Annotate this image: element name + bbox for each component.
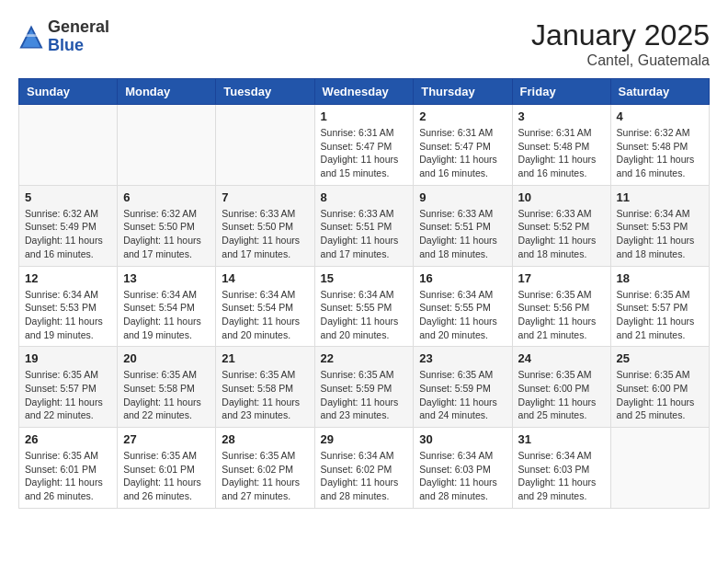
day-sunrise: Sunrise: 6:34 AM [321,288,408,302]
day-sunset: Sunset: 5:58 PM [123,382,210,396]
day-daylight: Daylight: 11 hours and 17 minutes. [123,234,210,260]
day-sunset: Sunset: 5:56 PM [518,301,605,315]
day-sunrise: Sunrise: 6:35 AM [518,368,605,382]
day-sunset: Sunset: 5:55 PM [321,301,408,315]
table-row: 4 Sunrise: 6:32 AM Sunset: 5:48 PM Dayli… [610,105,709,186]
col-thursday: Thursday [414,79,512,105]
day-sunset: Sunset: 5:54 PM [123,301,210,315]
day-daylight: Daylight: 11 hours and 18 minutes. [419,234,506,260]
day-sunset: Sunset: 5:59 PM [419,382,506,396]
day-sunset: Sunset: 6:03 PM [419,463,506,477]
col-saturday: Saturday [610,79,709,105]
day-sunrise: Sunrise: 6:34 AM [518,449,605,463]
day-number: 20 [123,351,210,365]
day-sunset: Sunset: 5:48 PM [518,140,605,154]
day-number: 12 [25,271,111,285]
day-sunset: Sunset: 6:02 PM [321,463,408,477]
table-row: 11 Sunrise: 6:34 AM Sunset: 5:53 PM Dayl… [610,185,709,266]
day-number: 17 [518,271,605,285]
day-daylight: Daylight: 11 hours and 18 minutes. [617,234,703,260]
day-sunrise: Sunrise: 6:34 AM [123,288,210,302]
day-sunrise: Sunrise: 6:35 AM [222,368,308,382]
logo-general: General [48,18,109,37]
day-sunrise: Sunrise: 6:34 AM [321,449,408,463]
day-sunset: Sunset: 5:49 PM [25,220,111,234]
table-row: 9 Sunrise: 6:33 AM Sunset: 5:51 PM Dayli… [414,185,512,266]
table-row: 10 Sunrise: 6:33 AM Sunset: 5:52 PM Dayl… [512,185,610,266]
day-number: 13 [123,271,210,285]
day-sunrise: Sunrise: 6:35 AM [617,368,703,382]
day-daylight: Daylight: 11 hours and 16 minutes. [617,153,703,179]
day-number: 31 [518,432,605,446]
day-sunrise: Sunrise: 6:31 AM [419,126,506,140]
table-row: 1 Sunrise: 6:31 AM Sunset: 5:47 PM Dayli… [314,105,414,186]
table-row: 17 Sunrise: 6:35 AM Sunset: 5:56 PM Dayl… [512,266,610,347]
logo: General Blue [18,18,109,55]
day-daylight: Daylight: 11 hours and 18 minutes. [518,234,605,260]
generalblue-logo-icon [18,24,44,50]
day-sunset: Sunset: 5:50 PM [123,220,210,234]
table-row [118,105,216,186]
day-sunset: Sunset: 6:01 PM [123,463,210,477]
day-number: 21 [222,351,308,365]
table-row: 30 Sunrise: 6:34 AM Sunset: 6:03 PM Dayl… [414,428,512,509]
day-daylight: Daylight: 11 hours and 27 minutes. [222,476,308,502]
day-daylight: Daylight: 11 hours and 19 minutes. [25,315,111,341]
calendar-week-row: 1 Sunrise: 6:31 AM Sunset: 5:47 PM Dayli… [19,105,710,186]
table-row: 18 Sunrise: 6:35 AM Sunset: 5:57 PM Dayl… [610,266,709,347]
day-daylight: Daylight: 11 hours and 25 minutes. [617,396,703,422]
day-sunrise: Sunrise: 6:31 AM [321,126,408,140]
day-sunrise: Sunrise: 6:33 AM [518,207,605,221]
day-sunrise: Sunrise: 6:35 AM [25,449,111,463]
table-row: 21 Sunrise: 6:35 AM Sunset: 5:58 PM Dayl… [216,347,314,428]
day-sunset: Sunset: 5:47 PM [321,140,408,154]
day-sunset: Sunset: 5:50 PM [222,220,308,234]
day-daylight: Daylight: 11 hours and 20 minutes. [321,315,408,341]
day-sunrise: Sunrise: 6:33 AM [222,207,308,221]
table-row: 14 Sunrise: 6:34 AM Sunset: 5:54 PM Dayl… [216,266,314,347]
day-number: 2 [419,109,506,123]
col-friday: Friday [512,79,610,105]
day-sunrise: Sunrise: 6:34 AM [222,288,308,302]
day-daylight: Daylight: 11 hours and 22 minutes. [25,396,111,422]
day-sunset: Sunset: 5:53 PM [617,220,703,234]
col-sunday: Sunday [19,79,118,105]
day-daylight: Daylight: 11 hours and 19 minutes. [123,315,210,341]
day-sunset: Sunset: 6:02 PM [222,463,308,477]
day-number: 30 [419,432,506,446]
day-sunrise: Sunrise: 6:33 AM [419,207,506,221]
day-number: 10 [518,190,605,204]
day-sunrise: Sunrise: 6:35 AM [321,368,408,382]
day-daylight: Daylight: 11 hours and 16 minutes. [419,153,506,179]
table-row: 5 Sunrise: 6:32 AM Sunset: 5:49 PM Dayli… [19,185,118,266]
table-row: 28 Sunrise: 6:35 AM Sunset: 6:02 PM Dayl… [216,428,314,509]
day-number: 15 [321,271,408,285]
day-number: 16 [419,271,506,285]
title-block: January 2025 Cantel, Guatemala [531,18,710,69]
month-title: January 2025 [531,18,710,52]
calendar-header-row: Sunday Monday Tuesday Wednesday Thursday… [19,79,710,105]
day-number: 5 [25,190,111,204]
day-sunset: Sunset: 6:03 PM [518,463,605,477]
day-sunrise: Sunrise: 6:35 AM [617,288,703,302]
day-sunset: Sunset: 5:52 PM [518,220,605,234]
logo-blue: Blue [48,37,109,55]
day-sunrise: Sunrise: 6:32 AM [617,126,703,140]
day-daylight: Daylight: 11 hours and 17 minutes. [222,234,308,260]
calendar-week-row: 19 Sunrise: 6:35 AM Sunset: 5:57 PM Dayl… [19,347,710,428]
day-sunrise: Sunrise: 6:31 AM [518,126,605,140]
day-number: 26 [25,432,111,446]
table-row: 7 Sunrise: 6:33 AM Sunset: 5:50 PM Dayli… [216,185,314,266]
day-number: 27 [123,432,210,446]
day-number: 9 [419,190,506,204]
day-daylight: Daylight: 11 hours and 28 minutes. [419,476,506,502]
day-daylight: Daylight: 11 hours and 16 minutes. [25,234,111,260]
table-row: 24 Sunrise: 6:35 AM Sunset: 6:00 PM Dayl… [512,347,610,428]
calendar-week-row: 26 Sunrise: 6:35 AM Sunset: 6:01 PM Dayl… [19,428,710,509]
day-sunset: Sunset: 5:48 PM [617,140,703,154]
day-number: 29 [321,432,408,446]
col-monday: Monday [118,79,216,105]
day-daylight: Daylight: 11 hours and 20 minutes. [419,315,506,341]
day-daylight: Daylight: 11 hours and 29 minutes. [518,476,605,502]
table-row: 29 Sunrise: 6:34 AM Sunset: 6:02 PM Dayl… [314,428,414,509]
